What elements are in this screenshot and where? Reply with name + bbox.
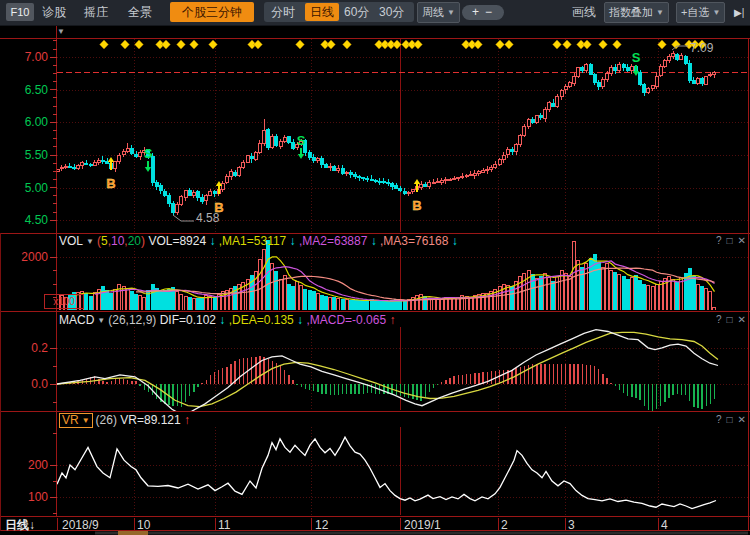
- watchlist-label: +自选: [681, 6, 709, 18]
- vol-unit-badge: x100: [44, 294, 84, 309]
- indicator-value-token: ,MA1=53117: [215, 234, 286, 248]
- close-icon[interactable]: ✕: [738, 314, 746, 325]
- period-axis-dropdown[interactable]: 日线↓: [5, 519, 35, 531]
- add-watchlist-button[interactable]: +自选▼: [676, 2, 725, 23]
- vr-axis-label: 200: [0, 459, 48, 471]
- svg-text:7.09: 7.09: [690, 41, 714, 55]
- chevron-down-icon: ▼: [82, 416, 90, 425]
- indicator-value-token: (26,12,9): [108, 313, 159, 327]
- maximize-icon[interactable]: □: [727, 314, 733, 325]
- vol-values: (5,10,20) VOL=8924 ↓ ,MA1=53117 ↓ ,MA2=6…: [97, 234, 458, 248]
- help-icon[interactable]: ?: [716, 414, 722, 425]
- price-axis-label: 4.50: [0, 214, 48, 226]
- f10-button[interactable]: F10: [6, 3, 34, 21]
- date-axis-label: 12: [315, 519, 328, 531]
- vol-title: VOL: [59, 234, 83, 248]
- close-icon[interactable]: ✕: [738, 235, 746, 246]
- arrow-down-icon: ↓: [29, 518, 35, 532]
- vol-pane-header: VOL▼(5,10,20) VOL=8924 ↓ ,MA1=53117 ↓ ,M…: [59, 234, 458, 248]
- vr-indicator-dropdown[interactable]: VR▼: [59, 413, 93, 428]
- indicator-value-token: ,MA2=63887: [296, 234, 368, 248]
- indicator-value-token: ↓: [448, 234, 457, 248]
- indicator-value-token: ↓: [367, 234, 376, 248]
- zoom-out-icon[interactable]: −: [485, 5, 498, 19]
- collapse-panel-icon[interactable]: ▶|: [734, 0, 744, 25]
- close-icon[interactable]: ✕: [738, 414, 746, 425]
- volume-axis-label: 2000: [0, 251, 48, 263]
- vol-pane-icons: ?□✕: [711, 234, 746, 248]
- maximize-icon[interactable]: □: [727, 235, 733, 246]
- weekly-label: 周线: [422, 6, 444, 18]
- indicator-value-token: 5: [101, 234, 108, 248]
- date-axis-label: 11: [218, 519, 230, 531]
- macd-indicator-dropdown[interactable]: MACD▼: [59, 313, 105, 327]
- vr-axis-label: 100: [0, 491, 48, 503]
- price-axis-label: 7.00: [0, 51, 48, 63]
- period-tab-daily[interactable]: 日线: [305, 3, 339, 21]
- chevron-down-icon: ▼: [656, 8, 664, 17]
- svg-text:S: S: [144, 146, 153, 161]
- indicator-value-token: ↓: [294, 313, 303, 327]
- chevron-down-icon: ▼: [86, 237, 94, 246]
- period-tab-60min[interactable]: 60分: [344, 0, 369, 25]
- chart-canvas[interactable]: BSBSBS4.587.09: [0, 0, 750, 535]
- indicator-value-token: VOL=8924: [148, 234, 206, 248]
- panorama-button[interactable]: 全景: [128, 0, 152, 25]
- price-axis-label: 6.00: [0, 116, 48, 128]
- vr-values: (26) VR=89.121 ↑: [96, 413, 190, 427]
- macd-pane-header: MACD▼(26,12,9) DIF=0.102 ↓ ,DEA=0.135 ↓ …: [59, 313, 395, 327]
- svg-text:B: B: [106, 176, 115, 191]
- indicator-value-token: 20: [128, 234, 141, 248]
- maximize-icon[interactable]: □: [727, 414, 733, 425]
- diagnose-button[interactable]: 诊股: [42, 0, 66, 25]
- date-axis-label: 3: [568, 519, 575, 531]
- stock-3min-button[interactable]: 个股三分钟: [170, 2, 254, 22]
- help-icon[interactable]: ?: [716, 235, 722, 246]
- svg-text:S: S: [632, 50, 641, 65]
- indicator-value-token: 10: [111, 234, 124, 248]
- macd-pane-icons: ?□✕: [711, 313, 746, 327]
- indicator-value-token: ↓: [216, 313, 225, 327]
- indicator-value-token: ,MA3=76168: [377, 234, 449, 248]
- indicator-value-token: DIF=0.102: [160, 313, 216, 327]
- vol-indicator-dropdown[interactable]: VOL▼: [59, 234, 94, 248]
- indicator-value-token: (26): [96, 413, 121, 427]
- macd-axis-label: 0.0: [0, 378, 48, 390]
- zoom-buttons[interactable]: +−: [462, 5, 504, 20]
- date-axis-label: 2019/1: [404, 519, 441, 531]
- zoom-in-icon[interactable]: +: [472, 5, 485, 19]
- date-axis-label: 2018/9: [62, 519, 99, 531]
- period-tab-weekly[interactable]: 周线▼: [417, 2, 460, 23]
- date-axis-label: 4: [661, 519, 668, 531]
- chevron-down-icon: ▼: [97, 316, 105, 325]
- chevron-down-icon: ▼: [712, 8, 720, 17]
- toolbar: F10 诊股 摇庄 全景 个股三分钟 分时 日线 60分 30分 周线▼ +− …: [0, 0, 750, 26]
- overlay-label: 指数叠加: [609, 6, 653, 18]
- indicator-value-token: VR=89.121: [120, 413, 180, 427]
- period-tab-intraday[interactable]: 分时: [271, 0, 295, 25]
- banker-button[interactable]: 摇庄: [84, 0, 108, 25]
- price-axis-label: 6.50: [0, 84, 48, 96]
- vr-pane-icons: ?□✕: [711, 413, 746, 427]
- price-axis-label: 5.00: [0, 182, 48, 194]
- indicator-value-token: ,DEA=0.135: [225, 313, 293, 327]
- indicator-value-token: ,MACD=-0.065: [303, 313, 386, 327]
- svg-text:4.58: 4.58: [196, 211, 220, 225]
- stock-chart-app: F10 诊股 摇庄 全景 个股三分钟 分时 日线 60分 30分 周线▼ +− …: [0, 0, 750, 535]
- price-axis-label: 5.50: [0, 149, 48, 161]
- period-tab-30min[interactable]: 30分: [379, 0, 404, 25]
- draw-line-button[interactable]: 画线: [572, 0, 596, 25]
- index-overlay-button[interactable]: 指数叠加▼: [604, 2, 669, 23]
- indicator-value-token: ↑: [181, 413, 190, 427]
- indicator-value-token: ↑: [386, 313, 395, 327]
- svg-text:S: S: [297, 133, 306, 148]
- indicator-value-token: ↓: [286, 234, 295, 248]
- date-axis-label: 2: [501, 519, 508, 531]
- macd-title: MACD: [59, 313, 94, 327]
- help-icon[interactable]: ?: [716, 314, 722, 325]
- date-axis-label: 10: [137, 519, 150, 531]
- macd-values: (26,12,9) DIF=0.102 ↓ ,DEA=0.135 ↓ ,MACD…: [108, 313, 395, 327]
- vr-title: VR: [62, 413, 79, 427]
- main-chart-dropdown-icon[interactable]: ▼: [57, 27, 65, 36]
- chevron-down-icon: ▼: [447, 8, 455, 17]
